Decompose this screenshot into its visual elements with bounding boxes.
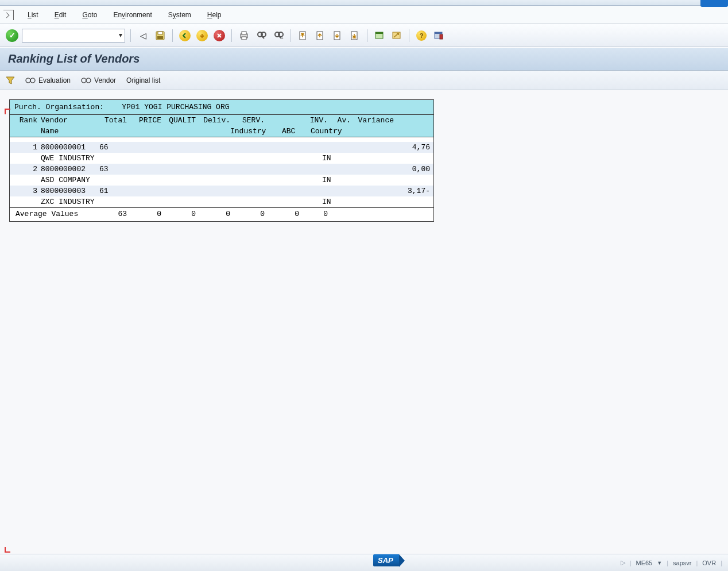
svg-rect-2 <box>157 36 163 39</box>
toolbar-separator <box>291 29 291 42</box>
next-page-icon[interactable] <box>331 29 344 43</box>
svg-point-29 <box>86 78 91 83</box>
table-row[interactable]: 1 8000000001 66 4,76 <box>10 142 433 153</box>
title-bar: Ranking List of Vendors <box>0 47 728 71</box>
print-icon[interactable] <box>237 29 251 43</box>
menu-system[interactable]: System <box>160 9 199 21</box>
cell-variance: 0,00 <box>387 165 430 173</box>
cell-vendor: 8000000002 <box>41 165 98 173</box>
vendor-button[interactable]: Vendor <box>81 76 116 84</box>
table-row-name[interactable]: QWE INDUSTRY IN <box>10 153 433 164</box>
table-row-name[interactable]: ASD COMPANY IN <box>10 175 433 186</box>
toolbar-separator <box>130 29 131 42</box>
col-abc: ABC <box>282 127 311 136</box>
col-blank <box>265 116 299 125</box>
selection-corner-icon <box>5 109 10 114</box>
svg-point-25 <box>26 78 30 83</box>
svg-rect-23 <box>435 32 442 34</box>
filter-button[interactable] <box>6 76 15 85</box>
back-icon[interactable]: ◁ <box>136 29 150 43</box>
average-row: Average Values 63 0 0 0 0 0 0 <box>10 208 433 221</box>
selection-corner-icon <box>5 547 10 553</box>
cell-variance: 4,76 <box>387 143 430 152</box>
save-icon[interactable] <box>153 29 167 43</box>
menu-help[interactable]: Help <box>199 9 230 21</box>
first-page-icon[interactable] <box>296 29 310 43</box>
svg-rect-4 <box>242 32 246 34</box>
avg-serv: 0 <box>230 210 265 218</box>
prev-page-icon[interactable] <box>313 29 327 43</box>
vendor-label: Vendor <box>94 76 116 84</box>
menu-edit[interactable]: Edit <box>47 9 75 21</box>
exit-icon[interactable] <box>195 29 209 43</box>
menu-goto[interactable]: Goto <box>74 9 105 21</box>
org-value: YP01 YOGI PURCHASING ORG <box>122 103 229 111</box>
content-area: Purch. Organisation: YP01 YOGI PURCHASIN… <box>0 90 728 554</box>
table-row[interactable]: 3 8000000003 61 3,17- <box>10 186 433 196</box>
find-icon[interactable] <box>254 29 268 43</box>
menu-environment[interactable]: Environment <box>105 9 160 21</box>
cell-vendor: 8000000003 <box>41 187 98 195</box>
layout-icon[interactable] <box>432 29 446 43</box>
avg-price: 0 <box>127 210 161 218</box>
avg-blank: 0 <box>265 210 299 218</box>
cell-vendor: 8000000001 <box>41 143 98 152</box>
command-field[interactable] <box>22 29 125 43</box>
cell-rank: 1 <box>13 143 41 152</box>
page-title: Ranking List of Vendors <box>8 52 720 65</box>
cell-name: ZXC INDUSTRY <box>41 198 247 206</box>
window-close-button[interactable] <box>700 0 728 7</box>
application-toolbar: Evaluation Vendor Original list <box>0 71 728 90</box>
standard-toolbar: ✓ ◁ + ? <box>0 24 728 47</box>
last-page-icon[interactable] <box>348 29 362 43</box>
cell-total: 63 <box>98 165 127 173</box>
cell-country: IN <box>322 154 331 163</box>
enter-icon[interactable]: ✓ <box>6 29 18 42</box>
avg-label: Average Values <box>13 210 98 218</box>
col-total: Total <box>98 116 127 125</box>
create-session-icon[interactable] <box>373 29 386 43</box>
filter-icon <box>6 76 15 85</box>
toolbar-separator <box>409 29 409 42</box>
back-button-icon[interactable] <box>178 29 192 43</box>
col-industry: Industry <box>230 127 282 136</box>
svg-text:+: + <box>281 36 284 41</box>
svg-rect-1 <box>158 32 162 34</box>
evaluation-button[interactable]: Evaluation <box>25 76 71 84</box>
col-deliv: Deliv. <box>196 116 230 125</box>
report-box: Purch. Organisation: YP01 YOGI PURCHASIN… <box>9 99 434 222</box>
table-row-name[interactable]: ZXC INDUSTRY IN <box>10 196 433 207</box>
toolbar-separator <box>172 29 173 42</box>
avg-deliv: 0 <box>196 210 230 218</box>
status-tcode[interactable]: ME65 <box>636 560 653 566</box>
toolbar-separator <box>231 29 232 42</box>
col-av: Av. <box>328 116 351 125</box>
org-label: Purch. Organisation: <box>14 103 104 111</box>
original-list-button[interactable]: Original list <box>126 76 160 84</box>
col-inv: INV. <box>299 116 328 125</box>
shortcut-icon[interactable] <box>390 29 404 43</box>
column-header: Rank Vendor Total PRICE QUALIT Deliv. SE… <box>10 115 433 137</box>
cell-name: ASD COMPANY <box>41 176 247 184</box>
cell-name: QWE INDUSTRY <box>41 154 247 163</box>
menu-system-icon[interactable] <box>3 10 14 20</box>
cancel-icon[interactable] <box>212 29 226 43</box>
status-arrow-icon[interactable]: ▷ <box>621 559 625 566</box>
sap-logo: SAP <box>373 554 399 566</box>
svg-rect-24 <box>440 34 443 39</box>
table-row[interactable]: 2 8000000002 63 0,00 <box>10 164 433 175</box>
find-next-icon[interactable]: + <box>272 29 285 43</box>
col-variance: Variance <box>351 116 394 125</box>
svg-point-26 <box>30 78 35 83</box>
report-org-header: Purch. Organisation: YP01 YOGI PURCHASIN… <box>10 100 433 115</box>
help-icon[interactable]: ? <box>415 29 428 43</box>
cell-rank: 3 <box>13 187 41 195</box>
col-qualit: QUALIT <box>161 116 196 125</box>
original-list-label: Original list <box>126 76 160 84</box>
col-serv: SERV. <box>230 116 265 125</box>
cell-country: IN <box>322 198 331 206</box>
menu-list[interactable]: List <box>20 9 47 21</box>
col-rank: Rank <box>13 116 41 125</box>
toolbar-separator <box>367 29 367 42</box>
svg-point-28 <box>82 78 86 83</box>
